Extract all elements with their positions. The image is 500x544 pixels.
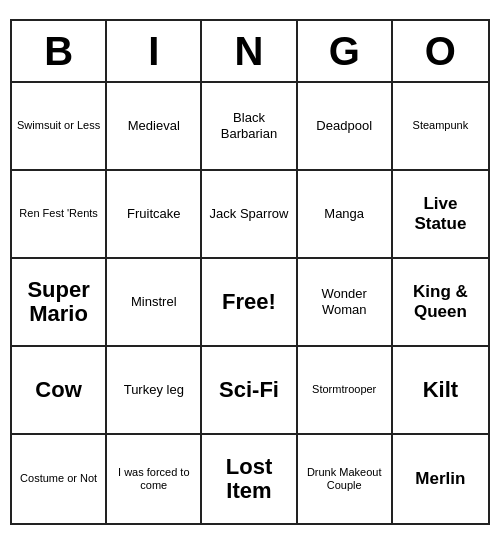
- cell-text-4: Steampunk: [413, 119, 469, 132]
- bingo-cell-13: Wonder Woman: [298, 259, 393, 347]
- bingo-header: BINGO: [12, 21, 488, 83]
- bingo-cell-6: Fruitcake: [107, 171, 202, 259]
- cell-text-2: Black Barbarian: [206, 110, 291, 141]
- cell-text-14: King & Queen: [397, 282, 484, 323]
- bingo-letter-n: N: [202, 21, 297, 81]
- cell-text-0: Swimsuit or Less: [17, 119, 100, 132]
- bingo-cell-8: Manga: [298, 171, 393, 259]
- cell-text-11: Minstrel: [131, 294, 177, 310]
- bingo-letter-o: O: [393, 21, 488, 81]
- bingo-cell-2: Black Barbarian: [202, 83, 297, 171]
- bingo-cell-12: Free!: [202, 259, 297, 347]
- bingo-cell-5: Ren Fest 'Rents: [12, 171, 107, 259]
- bingo-grid: Swimsuit or LessMedievalBlack BarbarianD…: [12, 83, 488, 523]
- cell-text-22: Lost Item: [206, 455, 291, 503]
- bingo-cell-17: Sci-Fi: [202, 347, 297, 435]
- bingo-cell-18: Stormtrooper: [298, 347, 393, 435]
- bingo-card: BINGO Swimsuit or LessMedievalBlack Barb…: [10, 19, 490, 525]
- bingo-cell-7: Jack Sparrow: [202, 171, 297, 259]
- cell-text-6: Fruitcake: [127, 206, 180, 222]
- cell-text-13: Wonder Woman: [302, 286, 387, 317]
- bingo-letter-b: B: [12, 21, 107, 81]
- bingo-cell-0: Swimsuit or Less: [12, 83, 107, 171]
- cell-text-16: Turkey leg: [124, 382, 184, 398]
- bingo-cell-23: Drunk Makeout Couple: [298, 435, 393, 523]
- cell-text-24: Merlin: [415, 469, 465, 489]
- bingo-cell-1: Medieval: [107, 83, 202, 171]
- bingo-letter-g: G: [298, 21, 393, 81]
- cell-text-5: Ren Fest 'Rents: [19, 207, 98, 220]
- bingo-cell-21: I was forced to come: [107, 435, 202, 523]
- cell-text-20: Costume or Not: [20, 472, 97, 485]
- bingo-letter-i: I: [107, 21, 202, 81]
- cell-text-8: Manga: [324, 206, 364, 222]
- bingo-cell-9: Live Statue: [393, 171, 488, 259]
- cell-text-21: I was forced to come: [111, 466, 196, 492]
- cell-text-7: Jack Sparrow: [210, 206, 289, 222]
- cell-text-23: Drunk Makeout Couple: [302, 466, 387, 492]
- bingo-cell-15: Cow: [12, 347, 107, 435]
- bingo-cell-24: Merlin: [393, 435, 488, 523]
- cell-text-18: Stormtrooper: [312, 383, 376, 396]
- bingo-cell-4: Steampunk: [393, 83, 488, 171]
- bingo-cell-22: Lost Item: [202, 435, 297, 523]
- bingo-cell-14: King & Queen: [393, 259, 488, 347]
- cell-text-9: Live Statue: [397, 194, 484, 235]
- cell-text-19: Kilt: [423, 378, 458, 402]
- cell-text-10: Super Mario: [16, 278, 101, 326]
- cell-text-12: Free!: [222, 290, 276, 314]
- cell-text-15: Cow: [35, 378, 81, 402]
- bingo-cell-20: Costume or Not: [12, 435, 107, 523]
- bingo-cell-16: Turkey leg: [107, 347, 202, 435]
- cell-text-3: Deadpool: [316, 118, 372, 134]
- bingo-cell-3: Deadpool: [298, 83, 393, 171]
- bingo-cell-11: Minstrel: [107, 259, 202, 347]
- bingo-cell-19: Kilt: [393, 347, 488, 435]
- cell-text-17: Sci-Fi: [219, 378, 279, 402]
- cell-text-1: Medieval: [128, 118, 180, 134]
- bingo-cell-10: Super Mario: [12, 259, 107, 347]
